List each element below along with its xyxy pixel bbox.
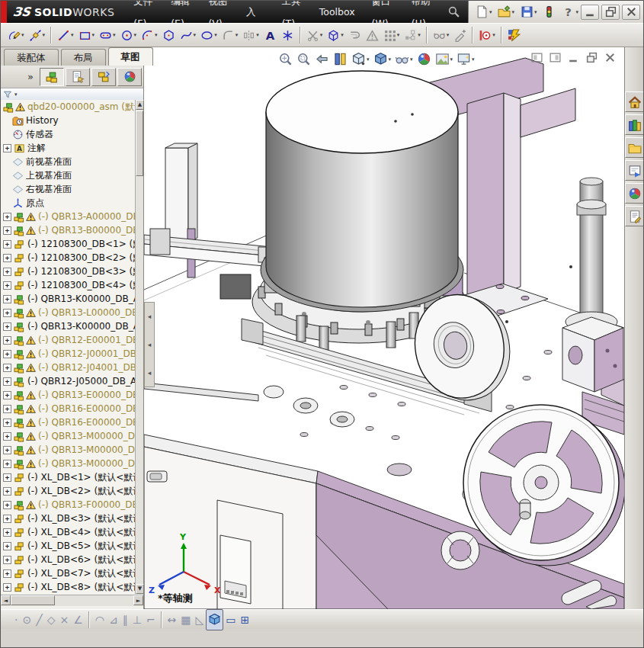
tree-expand-toggle[interactable]: +: [3, 446, 11, 454]
zoom-to-fit-button[interactable]: [277, 50, 294, 68]
tree-expand-toggle[interactable]: +: [3, 515, 11, 523]
circle-tool[interactable]: ▾: [118, 24, 139, 46]
snap-midpoint[interactable]: ⊿: [107, 609, 120, 630]
tree-expand-toggle[interactable]: +: [3, 583, 11, 592]
tree-horizontal-scrollbar[interactable]: ◄ ►: [1, 595, 143, 606]
previous-view-button[interactable]: [313, 50, 331, 68]
view-settings-button[interactable]: ▾: [455, 50, 476, 68]
grid-settings[interactable]: ▦: [178, 609, 193, 630]
tree-item-1[interactable]: History: [1, 114, 135, 127]
sketch-tool[interactable]: ▾: [5, 24, 27, 46]
doc-close-button[interactable]: [602, 51, 617, 63]
tree-expand-toggle[interactable]: +: [3, 432, 11, 441]
doc-minimize-button[interactable]: [566, 51, 581, 63]
tree-expand-toggle[interactable]: +: [3, 254, 11, 262]
section-view-button[interactable]: [332, 50, 349, 68]
open-button[interactable]: ▾: [495, 2, 517, 23]
snap-angle-grid[interactable]: ◺: [194, 609, 207, 630]
viewport-prev-window-button[interactable]: [529, 51, 544, 63]
tree-expand-toggle[interactable]: +: [3, 487, 11, 496]
tree-expand-toggle[interactable]: +: [3, 419, 11, 427]
tree-expand-toggle[interactable]: +: [3, 268, 11, 276]
four-view-button[interactable]: ⊞: [239, 609, 252, 630]
tree-item-35[interactable]: +(-) XL_DB<8> (默认<默认: [1, 580, 135, 594]
menu-item-5[interactable]: Toolbox: [311, 1, 364, 23]
tree-expand-toggle[interactable]: +: [3, 144, 11, 152]
smart-dimension-tool[interactable]: ▾: [27, 24, 48, 46]
centerpoint-arc-tool[interactable]: ▾: [139, 24, 160, 46]
tree-item-30[interactable]: +(-) XL_DB<3> (默认<默认: [1, 512, 135, 525]
sketch-snaps-tool[interactable]: [505, 24, 523, 46]
tree-expand-toggle[interactable]: +: [3, 473, 11, 482]
tree-item-14[interactable]: +(-) QBR13-K00000_DB_ASM: [1, 292, 135, 306]
tree-vertical-scrollbar[interactable]: ▲ ▼: [135, 100, 143, 594]
help-button[interactable]: ▾: [559, 2, 581, 23]
tree-item-21[interactable]: +(-) QBR13-E00000_DB_: [1, 388, 135, 402]
tree-item-32[interactable]: +(-) XL_DB<5> (默认<默认: [1, 539, 135, 553]
tree-item-22[interactable]: +(-) QBR16-E00000_DB_: [1, 402, 135, 415]
tree-item-3[interactable]: +注解: [1, 141, 135, 155]
snap-parallel[interactable]: ∥: [120, 609, 130, 630]
move-entities-tool[interactable]: ▾: [402, 24, 423, 46]
tree-item-33[interactable]: +(-) XL_DB<6> (默认<默认: [1, 553, 135, 566]
tree-item-7[interactable]: 原点: [1, 196, 135, 210]
tree-item-25[interactable]: +(-) QBR13-M00000_DB_: [1, 443, 135, 457]
tree-expand-toggle[interactable]: +: [3, 377, 11, 386]
instant2d-tool[interactable]: ▾: [476, 24, 498, 46]
display-style-button[interactable]: ▾: [372, 50, 393, 68]
scroll-thumb[interactable]: [136, 111, 143, 176]
scroll-up-arrow[interactable]: ▲: [136, 100, 144, 110]
scroll-left-arrow[interactable]: ◄: [1, 595, 11, 605]
point-tool[interactable]: [279, 24, 296, 46]
snap-quick[interactable]: ⌐: [144, 609, 158, 630]
tree-item-6[interactable]: 右视基准面: [1, 182, 135, 196]
tree-expand-toggle[interactable]: +: [3, 350, 11, 358]
shaded-view-button[interactable]: [206, 609, 223, 630]
toolbar-drag-handle[interactable]: [4, 613, 8, 627]
mirror-entities-tool[interactable]: ▾: [240, 24, 261, 46]
tree-expand-toggle[interactable]: +: [3, 336, 11, 345]
file-explorer-tab[interactable]: [625, 137, 644, 158]
featuremanager-tab[interactable]: [40, 68, 64, 86]
snap-angle[interactable]: ∠: [71, 609, 85, 630]
snap-tangent[interactable]: ◠: [93, 609, 107, 630]
snap-length[interactable]: ↔: [165, 609, 179, 630]
tree-item-2[interactable]: 传感器: [1, 127, 135, 141]
snap-polygon[interactable]: ◇: [45, 609, 58, 630]
tree-item-16[interactable]: +(-) QBR13-K00000_DB_ASM: [1, 319, 135, 333]
search-icon[interactable]: [441, 1, 466, 23]
tree-expand-toggle[interactable]: +: [3, 322, 11, 331]
design-library-tab[interactable]: [625, 114, 644, 135]
tree-item-27[interactable]: +(-) XL_DB<1> (默认<默认: [1, 470, 135, 484]
tree-item-24[interactable]: +(-) QBR13-M00000_DB_: [1, 429, 135, 443]
displaymanager-tab[interactable]: [117, 68, 142, 86]
tree-expand-toggle[interactable]: +: [3, 364, 11, 372]
collaboration-traffic-light-icon[interactable]: [540, 2, 558, 23]
tree-item-10[interactable]: +(-) 12108300_DB<1> (默认: [1, 237, 135, 251]
edit-appearance-button[interactable]: [415, 50, 433, 68]
add-relation-tool[interactable]: [451, 24, 469, 46]
propertymanager-tab[interactable]: [66, 68, 90, 86]
scroll-right-arrow[interactable]: ►: [133, 595, 143, 605]
viewport-next-window-button[interactable]: [547, 51, 562, 63]
commandmanager-tab-2[interactable]: 草图: [108, 47, 153, 66]
3d-viewport[interactable]: Y X Z *等轴测: [144, 47, 624, 609]
new-document-button[interactable]: ▾: [473, 2, 495, 23]
ellipse-tool[interactable]: ▾: [198, 24, 219, 46]
tree-expand-toggle[interactable]: +: [3, 556, 11, 564]
tree-item-34[interactable]: +(-) XL_DB<7> (默认<默认: [1, 566, 135, 580]
view-palette-tab[interactable]: [625, 160, 644, 181]
tree-item-20[interactable]: +(-) QBR12-J05000_DB_ASM: [1, 374, 135, 388]
apply-scene-button[interactable]: ▾: [434, 50, 455, 68]
offset-entities-tool[interactable]: [346, 24, 364, 46]
corner-rectangle-tool[interactable]: ▾: [76, 24, 98, 46]
linear-sketch-pattern-tool[interactable]: ▾: [381, 24, 402, 46]
filter-dropdown-caret[interactable]: ▾: [14, 91, 18, 98]
tree-expand-toggle[interactable]: +: [3, 240, 11, 249]
resources-home-tab[interactable]: [625, 91, 644, 112]
spline-tool[interactable]: ▾: [178, 24, 199, 46]
zoom-to-area-button[interactable]: [295, 50, 312, 68]
panel-splitter-handle[interactable]: ◂ ◂ ◂: [144, 302, 155, 387]
tree-item-5[interactable]: 上视基准面: [1, 168, 135, 182]
trim-entities-tool[interactable]: ▾: [304, 24, 325, 46]
